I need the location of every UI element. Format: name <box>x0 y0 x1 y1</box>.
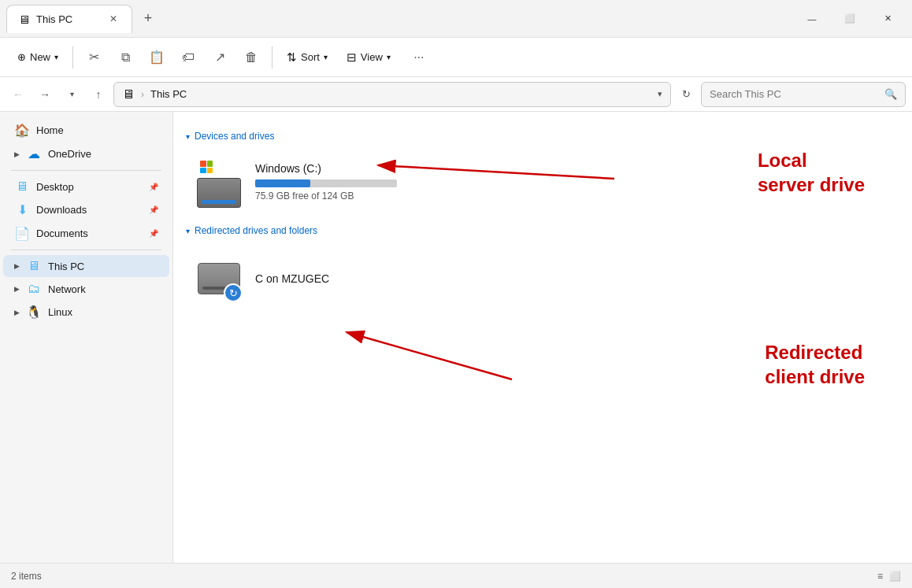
maximize-button[interactable]: ⬜ <box>832 6 868 31</box>
documents-icon: 📄 <box>14 226 30 241</box>
history-button[interactable]: ▾ <box>60 83 83 106</box>
new-plus-icon: ⊕ <box>17 51 26 63</box>
sidebar: 🏠 Home ▶ ☁ OneDrive 🖥 Desktop 📌 ⬇ Downlo… <box>0 112 173 563</box>
sidebar-item-documents[interactable]: 📄 Documents 📌 <box>3 222 169 245</box>
network-icon: 🗂 <box>26 282 42 296</box>
up-button[interactable]: ↑ <box>87 83 110 106</box>
search-icon: 🔍 <box>884 88 897 100</box>
sidebar-item-desktop[interactable]: 🖥 Desktop 📌 <box>3 176 169 198</box>
search-bar[interactable]: 🔍 <box>701 82 906 107</box>
drive-c-bar-container <box>255 179 397 187</box>
sidebar-item-network[interactable]: ▶ 🗂 Network <box>3 278 169 300</box>
details-view-icon[interactable]: ≡ <box>877 571 883 582</box>
tiles-view-icon[interactable]: ⬜ <box>889 571 901 582</box>
redirected-drive-name: C on MZUGEC <box>255 272 329 285</box>
copy-button[interactable]: ⧉ <box>111 43 139 72</box>
sidebar-label-documents: Documents <box>36 227 143 239</box>
forward-button[interactable]: → <box>33 83 57 106</box>
home-icon: 🏠 <box>14 123 30 138</box>
this-pc-icon: 🖥 <box>26 259 42 273</box>
onedrive-expand-icon: ▶ <box>14 150 20 158</box>
sidebar-label-desktop: Desktop <box>36 181 143 193</box>
view-button[interactable]: ⊟ View ▾ <box>339 46 399 69</box>
status-bar: 2 items ≡ ⬜ <box>0 563 912 588</box>
linux-icon: 🐧 <box>26 305 42 320</box>
new-button[interactable]: ⊕ New ▾ <box>9 46 66 68</box>
devices-toggle-icon: ▾ <box>186 132 190 141</box>
downloads-pin-icon: 📌 <box>149 205 158 214</box>
content-area: ▾ Devices and drives <box>173 112 912 563</box>
sort-chevron-icon: ▾ <box>324 53 328 61</box>
rename-button[interactable]: 🏷 <box>174 43 202 72</box>
sort-icon: ⇅ <box>287 50 297 65</box>
sort-button[interactable]: ⇅ Sort ▾ <box>279 46 336 69</box>
status-items-count: 2 items <box>11 571 42 582</box>
sidebar-item-linux[interactable]: ▶ 🐧 Linux <box>3 301 169 324</box>
tab-title: This PC <box>36 13 72 25</box>
devices-section-header[interactable]: ▾ Devices and drives <box>186 131 899 142</box>
main-layout: 🏠 Home ▶ ☁ OneDrive 🖥 Desktop 📌 ⬇ Downlo… <box>0 112 912 563</box>
sidebar-item-home[interactable]: 🏠 Home <box>3 119 169 142</box>
address-separator: › <box>141 89 144 100</box>
view-chevron-icon: ▾ <box>387 53 391 61</box>
tab-this-pc[interactable]: 🖥 This PC ✕ <box>6 5 132 33</box>
sidebar-label-linux: Linux <box>48 306 158 318</box>
devices-section-title: Devices and drives <box>195 131 274 142</box>
sidebar-label-home: Home <box>36 124 158 136</box>
redirected-drive-item[interactable]: ↻ C on MZUGEC <box>186 246 899 312</box>
linux-expand-icon: ▶ <box>14 309 20 316</box>
this-pc-expand-icon: ▶ <box>14 262 20 270</box>
paste-button[interactable]: 📋 <box>143 43 171 72</box>
drive-c-bar-fill <box>255 179 310 187</box>
documents-pin-icon: 📌 <box>149 229 158 238</box>
sidebar-label-downloads: Downloads <box>36 204 143 216</box>
downloads-icon: ⬇ <box>14 202 30 217</box>
network-expand-icon: ▶ <box>14 285 20 293</box>
onedrive-icon: ☁ <box>26 146 42 161</box>
cut-button[interactable]: ✂ <box>80 43 108 72</box>
redirected-section-header[interactable]: ▾ Redirected drives and folders <box>186 225 899 236</box>
sidebar-item-downloads[interactable]: ⬇ Downloads 📌 <box>3 198 169 221</box>
annotation-local-server: Localserver drive <box>758 148 865 197</box>
sidebar-label-this-pc: This PC <box>48 261 158 272</box>
toolbar-separator-1 <box>72 46 73 68</box>
sidebar-label-onedrive: OneDrive <box>48 148 158 160</box>
tab-close-button[interactable]: ✕ <box>106 12 120 26</box>
close-button[interactable]: ✕ <box>869 6 906 31</box>
redirected-section-title: Redirected drives and folders <box>195 225 317 236</box>
toolbar: ⊕ New ▾ ✂ ⧉ 📋 🏷 ↗ 🗑 ⇅ Sort ▾ ⊟ View ▾ ··… <box>0 38 912 77</box>
refresh-button[interactable]: ↻ <box>674 83 698 106</box>
annotation-redirected-client: Redirectedclient drive <box>765 340 865 389</box>
sidebar-separator-2 <box>11 250 161 250</box>
tab-computer-icon: 🖥 <box>18 13 30 26</box>
desktop-pin-icon: 📌 <box>149 183 158 191</box>
minimize-button[interactable]: — <box>794 6 830 31</box>
sidebar-label-network: Network <box>48 283 158 295</box>
svg-line-2 <box>347 332 512 379</box>
drive-c-icon <box>194 159 244 209</box>
add-tab-button[interactable]: + <box>135 6 161 31</box>
new-chevron-icon: ▾ <box>54 53 58 61</box>
back-button[interactable]: ← <box>6 83 30 106</box>
redirected-toggle-icon: ▾ <box>186 227 190 235</box>
sidebar-item-this-pc[interactable]: ▶ 🖥 This PC <box>3 255 169 277</box>
search-input[interactable] <box>710 88 880 100</box>
status-bar-right: ≡ ⬜ <box>877 571 901 582</box>
share-button[interactable]: ↗ <box>206 43 234 72</box>
address-bar[interactable]: 🖥 › This PC ▾ <box>113 82 671 107</box>
address-path: This PC <box>150 88 187 100</box>
redirected-drive-icon: ↻ <box>194 253 244 304</box>
desktop-icon: 🖥 <box>14 179 30 194</box>
more-options-button[interactable]: ··· <box>405 43 433 72</box>
address-bar-row: ← → ▾ ↑ 🖥 › This PC ▾ ↻ 🔍 <box>0 77 912 112</box>
title-bar-left: 🖥 This PC ✕ + <box>6 5 161 33</box>
address-computer-icon: 🖥 <box>122 87 135 102</box>
delete-button[interactable]: 🗑 <box>237 43 265 72</box>
address-dropdown-icon[interactable]: ▾ <box>658 89 662 99</box>
window-controls: — ⬜ ✕ <box>794 6 906 31</box>
title-bar: 🖥 This PC ✕ + — ⬜ ✕ <box>0 0 912 38</box>
sidebar-item-onedrive[interactable]: ▶ ☁ OneDrive <box>3 142 169 165</box>
sidebar-separator-1 <box>11 170 161 171</box>
view-icon: ⊟ <box>347 50 357 65</box>
toolbar-separator-2 <box>272 46 272 68</box>
